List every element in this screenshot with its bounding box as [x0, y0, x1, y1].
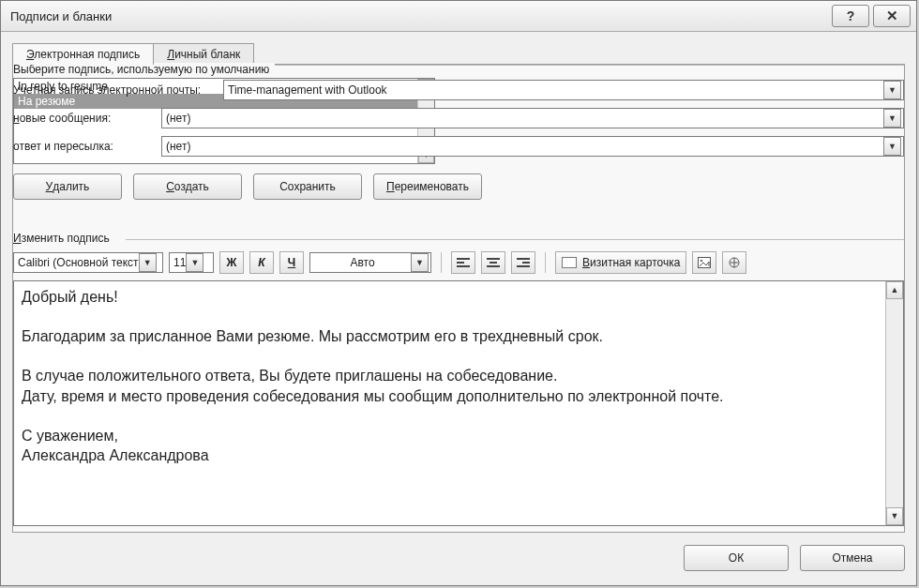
svg-point-1	[701, 260, 703, 263]
link-icon	[728, 256, 741, 269]
tab-personal-stationery[interactable]: Личный бланк	[153, 43, 254, 65]
chevron-down-icon[interactable]: ▼	[883, 81, 901, 99]
business-card-button[interactable]: Визитная карточка	[555, 251, 686, 274]
bold-button[interactable]: Ж	[219, 251, 244, 274]
business-card-icon	[562, 257, 577, 268]
toolbar-separator	[545, 252, 546, 273]
new-messages-label: новые сообщения:	[13, 112, 161, 125]
toolbar-separator	[441, 252, 442, 273]
scroll-up-icon[interactable]: ▲	[886, 281, 903, 299]
format-toolbar: Calibri (Основной текст ▼ 11 ▼ Ж К Ч Авт…	[13, 250, 904, 275]
save-button[interactable]: Сохранить	[253, 173, 362, 200]
align-center-icon	[487, 258, 500, 267]
new-messages-combo[interactable]: (нет) ▼	[161, 108, 904, 128]
italic-button[interactable]: К	[249, 251, 274, 274]
editor-line: Дату, время и место проведения собеседов…	[22, 386, 877, 406]
chevron-down-icon[interactable]: ▼	[186, 253, 203, 272]
editor-line: Добрый день!	[22, 287, 877, 307]
editor-line: В случае положительного ответа, Вы будет…	[22, 366, 877, 385]
underline-button[interactable]: Ч	[279, 251, 304, 274]
help-button[interactable]: ?	[832, 5, 869, 27]
row-new-messages: новые сообщения: (нет) ▼	[13, 108, 904, 128]
editor-scrollbar[interactable]: ▲ ▼	[885, 281, 903, 525]
titlebar: Подписи и бланки ? ✕	[1, 1, 916, 32]
dialog-footer: ОК Отмена	[684, 542, 905, 574]
delete-button[interactable]: Удалить	[13, 173, 122, 200]
align-right-button[interactable]	[511, 251, 535, 274]
editor-line: С уважением,	[22, 426, 877, 445]
editor-line	[22, 406, 877, 426]
ok-button[interactable]: ОК	[684, 545, 789, 571]
insert-hyperlink-button[interactable]	[722, 251, 746, 274]
cancel-button[interactable]: Отмена	[800, 545, 905, 571]
row-reply-forward: ответ и пересылка: (нет) ▼	[13, 136, 904, 157]
font-color-combo[interactable]: Авто ▼	[309, 252, 431, 273]
chevron-down-icon[interactable]: ▼	[411, 253, 429, 272]
font-family-combo[interactable]: Calibri (Основной текст ▼	[13, 252, 163, 273]
dialog-signatures: Подписи и бланки ? ✕ Электронная подпись…	[0, 0, 917, 586]
tab-email-signature[interactable]: Электронная подпись	[12, 43, 154, 65]
chevron-down-icon[interactable]: ▼	[139, 253, 157, 272]
window-title: Подписи и бланки	[10, 9, 828, 23]
signature-editor[interactable]: Добрый день! Благодарим за присланное Ва…	[13, 280, 904, 526]
group-edit-legend: Изменить подпись	[13, 232, 115, 245]
editor-line	[22, 307, 877, 326]
editor-line: Благодарим за присланное Вами резюме. Мы…	[22, 326, 877, 346]
row-account: Учетная запись электронной почты: Time-m…	[13, 80, 904, 100]
signature-buttons: Удалить Создать Сохранить Переименовать	[13, 173, 482, 200]
close-button[interactable]: ✕	[873, 5, 911, 27]
reply-forward-label: ответ и пересылка:	[13, 140, 161, 153]
dialog-body: Электронная подпись Личный бланк Выберит…	[12, 40, 905, 574]
reply-forward-combo[interactable]: (нет) ▼	[161, 136, 904, 157]
chevron-down-icon[interactable]: ▼	[883, 109, 901, 128]
group-default-legend: Выберите подпись, используемую по умолча…	[13, 63, 275, 76]
editor-line	[22, 346, 877, 366]
scroll-down-icon[interactable]: ▼	[886, 507, 903, 525]
font-size-combo[interactable]: 11 ▼	[169, 252, 214, 273]
group-edit-signature: Изменить подпись Calibri (Основной текст…	[13, 234, 904, 526]
rename-button[interactable]: Переименовать	[373, 173, 482, 200]
account-combo[interactable]: Time-management with Outlook ▼	[223, 80, 904, 100]
align-right-icon	[517, 258, 530, 267]
editor-line: Александра Александрова	[22, 445, 877, 465]
account-label: Учетная запись электронной почты:	[13, 83, 223, 97]
picture-icon	[698, 257, 711, 268]
align-left-button[interactable]	[451, 251, 475, 274]
align-left-icon	[457, 258, 470, 267]
new-button[interactable]: Создать	[133, 173, 242, 200]
tab-strip: Электронная подпись Личный бланк	[12, 40, 905, 65]
tab-panel: Выберите подпись для изменения In reply …	[12, 64, 905, 533]
chevron-down-icon[interactable]: ▼	[883, 137, 901, 156]
insert-picture-button[interactable]	[692, 251, 716, 274]
align-center-button[interactable]	[481, 251, 505, 274]
